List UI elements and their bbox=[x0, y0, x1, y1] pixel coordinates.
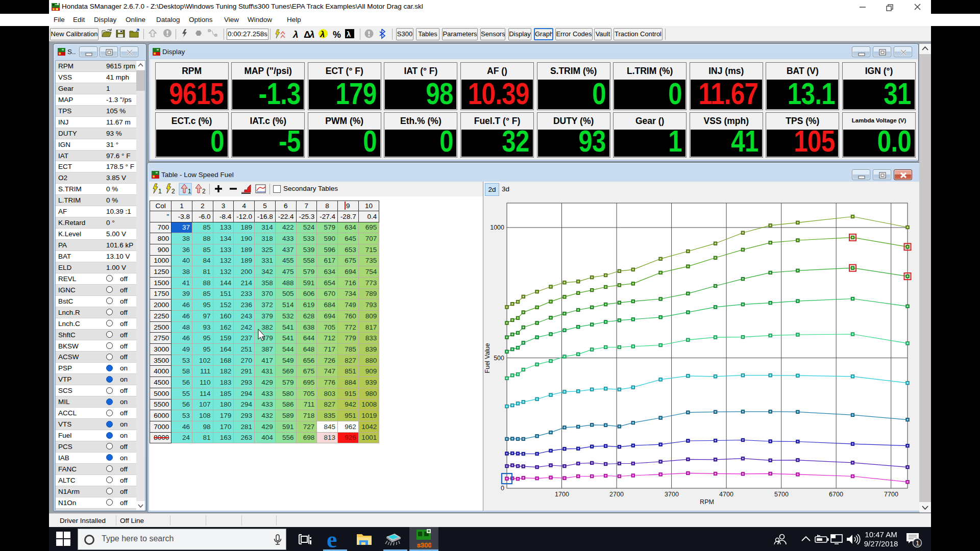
svg-text:λ: λ bbox=[320, 30, 325, 39]
svg-text:λ: λ bbox=[292, 29, 299, 40]
svg-text:Fuel Value: Fuel Value bbox=[484, 343, 491, 373]
svg-text:λ: λ bbox=[309, 29, 315, 40]
svg-text:5700: 5700 bbox=[774, 491, 789, 498]
svg-text:7700: 7700 bbox=[884, 491, 898, 498]
svg-text:2: 2 bbox=[202, 188, 206, 195]
svg-text:2: 2 bbox=[172, 188, 175, 195]
svg-text:%: % bbox=[333, 30, 341, 40]
svg-text:1000: 1000 bbox=[490, 224, 504, 231]
svg-text:3700: 3700 bbox=[665, 491, 679, 498]
svg-text:1: 1 bbox=[916, 539, 919, 547]
svg-text:0: 0 bbox=[501, 485, 504, 492]
svg-text:4700: 4700 bbox=[719, 491, 733, 498]
svg-text:λ: λ bbox=[347, 30, 351, 38]
svg-text:2700: 2700 bbox=[609, 491, 624, 498]
svg-text:500: 500 bbox=[494, 355, 504, 362]
svg-text:s300: s300 bbox=[417, 541, 431, 548]
svg-text:RPM: RPM bbox=[700, 498, 714, 506]
svg-text:6700: 6700 bbox=[829, 491, 843, 498]
svg-text:1: 1 bbox=[188, 188, 191, 195]
svg-text:1700: 1700 bbox=[555, 491, 569, 498]
svg-text:1: 1 bbox=[158, 188, 162, 195]
